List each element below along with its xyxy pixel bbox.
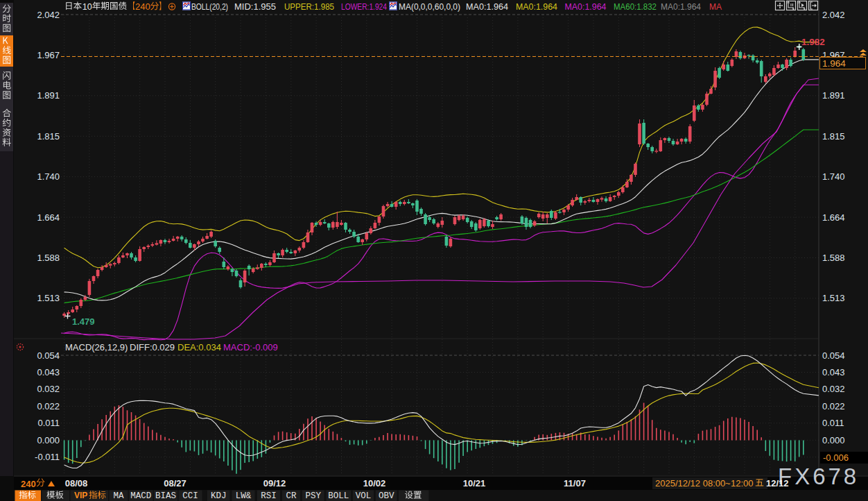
svg-text:VOL: VOL (356, 491, 372, 501)
svg-text:1.513: 1.513 (822, 293, 845, 303)
svg-text:MACD: MACD (130, 491, 151, 501)
svg-text:MA60:1.832: MA60:1.832 (614, 1, 657, 12)
svg-text:0.022: 0.022 (37, 401, 60, 411)
svg-text:0.011: 0.011 (37, 418, 60, 428)
svg-text:2.042: 2.042 (822, 10, 845, 20)
svg-text:CR: CR (286, 491, 297, 501)
svg-text:1.740: 1.740 (822, 171, 845, 182)
svg-text:FX678: FX678 (778, 464, 859, 489)
svg-text:PSY: PSY (306, 491, 322, 501)
svg-text:1.479: 1.479 (72, 316, 95, 327)
svg-text:1.815: 1.815 (822, 131, 845, 142)
svg-text:10/02: 10/02 (363, 478, 386, 489)
svg-text:0.032: 0.032 (37, 384, 60, 394)
svg-text:0.022: 0.022 (822, 401, 845, 411)
svg-text:1.891: 1.891 (37, 90, 60, 101)
svg-text:0.011: 0.011 (822, 418, 844, 428)
svg-text:MA: MA (709, 1, 722, 12)
svg-text:240: 240 (135, 1, 150, 12)
svg-text:1.588: 1.588 (37, 253, 60, 263)
svg-text:1.664: 1.664 (37, 212, 60, 223)
svg-text:DEA:0.034: DEA:0.034 (177, 342, 221, 353)
svg-text:08/08: 08/08 (65, 478, 88, 489)
svg-text:0.043: 0.043 (822, 367, 845, 377)
svg-text:09/12: 09/12 (263, 478, 286, 489)
svg-text:240: 240 (21, 479, 36, 489)
svg-text:MACD:-0.009: MACD:-0.009 (223, 342, 278, 353)
svg-text:12:00: 12:00 (731, 478, 754, 489)
svg-text:10/21: 10/21 (463, 478, 486, 489)
svg-text:0.000: 0.000 (822, 435, 845, 445)
svg-text:BIAS: BIAS (155, 491, 176, 501)
svg-text:DIFF:0.029: DIFF:0.029 (130, 342, 175, 353)
svg-text:1.967: 1.967 (37, 50, 60, 60)
svg-text:0.000: 0.000 (37, 435, 60, 445)
svg-text:MA0:1.964: MA0:1.964 (466, 1, 508, 12)
svg-text:BOLL(20,2): BOLL(20,2) (191, 1, 228, 12)
svg-text:MA: MA (113, 491, 124, 501)
svg-text:1.815: 1.815 (37, 131, 60, 142)
svg-text:0.043: 0.043 (37, 367, 60, 377)
svg-text:1.891: 1.891 (822, 90, 845, 101)
svg-text:1.664: 1.664 (822, 212, 845, 223)
svg-text:1.964: 1.964 (822, 58, 846, 69)
svg-text:MA0:1.964: MA0:1.964 (565, 1, 607, 12)
svg-text:~: ~ (725, 478, 731, 489)
svg-text:OBV: OBV (379, 491, 394, 501)
svg-text:-0.011: -0.011 (35, 452, 60, 462)
svg-text:UPPER:1.985: UPPER:1.985 (284, 1, 334, 12)
svg-text:1.982: 1.982 (801, 37, 825, 47)
svg-text:1.513: 1.513 (37, 293, 60, 303)
svg-text:RSI: RSI (261, 491, 277, 501)
svg-text:0.054: 0.054 (822, 350, 845, 361)
svg-text:BOLL: BOLL (328, 491, 349, 501)
svg-text:1.588: 1.588 (822, 253, 845, 263)
svg-text:11/07: 11/07 (564, 478, 586, 489)
svg-text:MID:1.955: MID:1.955 (234, 1, 276, 12)
svg-text:MA(0,0,0,60,0,0): MA(0,0,0,60,0,0) (399, 1, 460, 12)
svg-text:VIP: VIP (74, 491, 87, 500)
svg-text:LOWER:1.924: LOWER:1.924 (341, 1, 387, 12)
svg-text:CCI: CCI (182, 491, 198, 501)
svg-text:08/27: 08/27 (164, 478, 186, 489)
svg-text:MA0:1.964: MA0:1.964 (516, 1, 557, 12)
svg-text:KDJ: KDJ (211, 491, 227, 501)
svg-text:12/12: 12/12 (766, 478, 789, 489)
svg-text:-0.006: -0.006 (823, 452, 849, 463)
svg-text:LW&: LW& (236, 491, 252, 501)
svg-text:0.054: 0.054 (37, 350, 60, 361)
svg-text:2025/12/12 08:00: 2025/12/12 08:00 (655, 478, 725, 489)
svg-text:0.032: 0.032 (822, 384, 845, 394)
svg-text:MA0:1.964: MA0:1.964 (661, 1, 701, 12)
svg-text:10: 10 (83, 2, 92, 12)
svg-text:1.740: 1.740 (37, 171, 60, 182)
svg-text:MACD(26,12,9): MACD(26,12,9) (65, 342, 128, 353)
svg-text:2.042: 2.042 (37, 10, 60, 20)
